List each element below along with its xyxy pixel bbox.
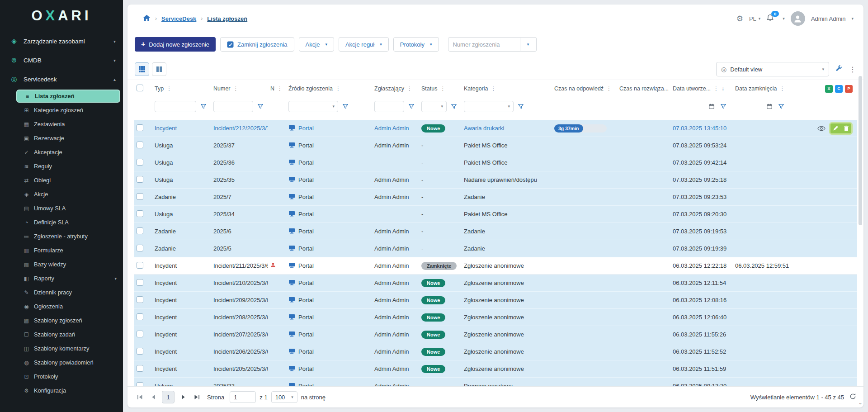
ticket-type-cell[interactable]: Incydent — [155, 331, 177, 338]
column-menu-icon[interactable]: ⋮ — [277, 85, 283, 92]
sort-desc-icon[interactable]: ↓ — [722, 85, 724, 92]
sidebar-subitem[interactable]: ▥ Formularze — [16, 244, 120, 257]
column-header-numer[interactable]: Numer — [213, 85, 231, 92]
row-checkbox[interactable] — [137, 382, 143, 387]
gear-icon[interactable]: ⚙ — [736, 14, 743, 24]
sidebar-subitem[interactable]: ◍ Szablony powiadomień — [16, 356, 120, 369]
filter-source-select[interactable]: ▾ — [288, 101, 338, 112]
avatar[interactable] — [791, 11, 805, 26]
row-checkbox[interactable] — [137, 176, 143, 183]
row-checkbox[interactable] — [137, 296, 143, 303]
sidebar-subitem[interactable]: ◈ Akcje — [16, 188, 120, 201]
ticket-number-cell[interactable]: Incident/207/2025/3/6 — [213, 331, 268, 338]
preview-eye-icon[interactable] — [817, 126, 826, 131]
ticket-number-cell[interactable]: Incident/206/2025/3/6 — [213, 348, 268, 355]
sidebar-item-servicedesk[interactable]: ◎ Servicedesk ▴ — [0, 70, 123, 89]
export-excel-icon[interactable]: X — [825, 85, 833, 93]
ticket-type-cell[interactable]: Incydent — [155, 297, 177, 303]
sidebar-item-cmdb[interactable]: ⊚ CMDB ▾ — [0, 51, 123, 70]
sidebar-subitem[interactable]: ◔ Definicje SLA — [16, 216, 120, 229]
columns-view-button[interactable] — [152, 62, 166, 76]
sidebar-subitem[interactable]: ▧ Bazy wiedzy — [16, 258, 120, 271]
ticket-number-cell[interactable]: 2025/34 — [213, 211, 235, 218]
edit-button[interactable] — [830, 123, 841, 133]
table-row[interactable]: Incydent Incident/209/2025/3/6 Portal Ad… — [134, 292, 857, 309]
ticket-number-cell[interactable]: 2025/7 — [213, 194, 231, 200]
chevron-down-icon[interactable]: ▾ — [851, 16, 854, 21]
ticket-number-cell[interactable]: Incident/212/2025/3/7 — [213, 125, 268, 132]
ticket-type-cell[interactable]: Usługa — [155, 211, 173, 218]
filter-status-select[interactable]: ▾ — [421, 101, 447, 112]
column-header-zrodlo[interactable]: Źródło zgłoszenia — [288, 85, 333, 92]
ticket-type-cell[interactable]: Incydent — [155, 279, 177, 286]
ticket-number-cell[interactable]: Incident/205/2025/3/6 — [213, 365, 268, 372]
page-size-select[interactable]: 100 ▾ — [271, 391, 297, 403]
table-row[interactable]: Usługa 2025/35 Portal Admin Admin - Nada… — [134, 171, 857, 189]
row-checkbox[interactable] — [137, 245, 143, 251]
sidebar-subitem[interactable]: ◫ Szablony komentarzy — [16, 342, 120, 355]
rule-actions-dropdown[interactable]: Akcje reguł ▾ — [339, 37, 389, 52]
view-selector[interactable]: ◎ Default view ▾ — [716, 62, 829, 76]
column-menu-icon[interactable]: ⋮ — [407, 85, 412, 92]
breadcrumb-servicedesk[interactable]: ServiceDesk — [161, 15, 196, 22]
row-checkbox[interactable] — [137, 210, 143, 217]
column-menu-icon[interactable]: ⋮ — [440, 85, 445, 92]
table-row[interactable]: Incydent Incident/206/2025/3/6 Portal Ad… — [134, 343, 857, 360]
column-menu-icon[interactable]: ⋮ — [491, 85, 496, 92]
sidebar-subitem[interactable]: ▣ Rezerwacje — [16, 132, 120, 145]
row-checkbox[interactable] — [137, 159, 143, 166]
column-header-czas-odpowiedz[interactable]: Czas na odpowiedź — [554, 85, 604, 92]
column-header-data-utworzenia[interactable]: Data utworze... — [673, 85, 711, 92]
filter-reporter-input[interactable] — [374, 101, 404, 112]
ticket-type-cell[interactable]: Zadanie — [155, 228, 176, 235]
filter-numer-input[interactable] — [213, 101, 253, 112]
ticket-number-cell[interactable]: Incident/208/2025/3/6 — [213, 314, 268, 321]
table-row[interactable]: Incydent Incident/207/2025/3/6 Portal Ad… — [134, 326, 857, 343]
sidebar-subitem[interactable]: ✓ Akceptacje — [16, 146, 120, 159]
row-checkbox[interactable] — [137, 262, 143, 269]
column-header-czas-rozwiazania[interactable]: Czas na rozwiąza... — [619, 85, 669, 92]
filter-funnel-button[interactable] — [449, 103, 458, 109]
ticket-number-cell[interactable]: 2025/5 — [213, 245, 231, 252]
grid-view-button[interactable] — [135, 62, 149, 76]
select-all-checkbox[interactable] — [137, 85, 143, 91]
ticket-type-cell[interactable]: Zadanie — [155, 245, 176, 252]
table-row[interactable]: Zadanie 2025/6 Portal Admin Admin - Zada… — [134, 223, 857, 240]
ticket-type-cell[interactable]: Usługa — [155, 383, 173, 386]
sidebar-subitem[interactable]: ⊞ Kategorie zgłoszeń — [16, 104, 120, 117]
last-page-button[interactable] — [192, 392, 202, 402]
row-checkbox[interactable] — [137, 279, 143, 286]
filter-funnel-button[interactable] — [199, 103, 208, 109]
column-menu-icon[interactable]: ⋮ — [606, 85, 612, 92]
column-header-kategoria[interactable]: Kategoria — [464, 85, 488, 92]
sidebar-subitem[interactable]: ⚙ Konfiguracja — [16, 384, 120, 397]
sidebar-subitem[interactable]: ▨ Szablony zgłoszeń — [16, 314, 120, 327]
column-menu-icon[interactable]: ⋮ — [233, 85, 239, 92]
sidebar-subitem[interactable]: ✎ Dziennik pracy — [16, 286, 120, 299]
sidebar-subitem[interactable]: ▤ Umowy SLA — [16, 202, 120, 215]
table-row[interactable]: Zadanie 2025/7 Portal Admin Admin - Zada… — [134, 189, 857, 206]
column-header-zglaszajacy[interactable]: Zgłaszający — [374, 85, 404, 92]
export-pdf-icon[interactable]: P — [845, 85, 853, 93]
user-menu[interactable]: Admin Admin — [811, 15, 846, 22]
ticket-type-cell[interactable]: Incydent — [155, 365, 177, 372]
next-page-button[interactable] — [178, 392, 188, 402]
add-ticket-button[interactable]: + Dodaj nowe zgłoszenie — [135, 37, 216, 52]
table-row[interactable]: Zadanie 2025/5 Portal Admin Admin - Zada… — [134, 240, 857, 257]
ticket-number-cell[interactable]: 2025/36 — [213, 159, 235, 166]
notifications-button[interactable]: 0 — [766, 14, 774, 23]
table-row[interactable]: Incydent Incident/211/2025/3/6 Portal Ad… — [134, 257, 857, 275]
ticket-number-cell[interactable]: 2025/35 — [213, 176, 235, 183]
view-settings-wrench-button[interactable] — [835, 65, 843, 74]
close-tickets-button[interactable]: Zamknij zgłoszenia — [220, 37, 294, 52]
previous-page-button[interactable] — [148, 392, 158, 402]
filter-funnel-button[interactable] — [256, 103, 265, 109]
ticket-type-cell[interactable]: Usługa — [155, 159, 173, 166]
ticket-number-cell[interactable]: Incident/211/2025/3/6 — [213, 262, 268, 269]
row-checkbox[interactable] — [137, 365, 143, 372]
sidebar-subitem[interactable]: ⊡ Protokoły — [16, 370, 120, 383]
vertical-scrollbar[interactable]: ⌄ — [858, 76, 863, 406]
actions-dropdown[interactable]: Akcje ▾ — [299, 37, 334, 52]
filter-typ-input[interactable] — [155, 101, 196, 112]
table-row[interactable]: Incydent Incident/210/2025/3/6 Portal Ad… — [134, 275, 857, 292]
